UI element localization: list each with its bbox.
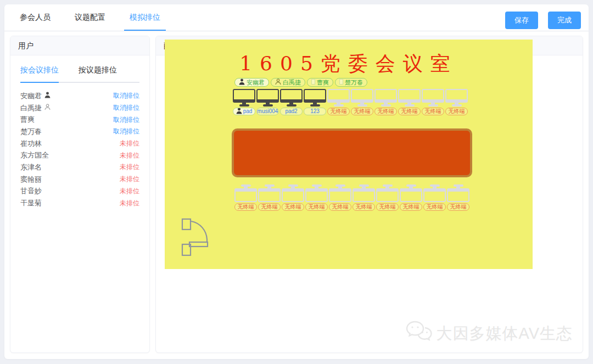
list-item: 崔功林未排位: [20, 138, 139, 150]
list-item: 安幽君取消排位: [20, 90, 139, 102]
main-card: 参会人员 议题配置 模拟排位 保存 完成 用户 按会议排位 按议题排位 安幽君取…: [4, 4, 589, 359]
unseated-status: 未排位: [120, 175, 139, 184]
terminal-label: 无终端: [309, 204, 325, 210]
terminal-tag[interactable]: 无终端: [398, 108, 421, 115]
seat[interactable]: 无终端: [351, 89, 373, 115]
terminal-tag[interactable]: 无终端: [258, 203, 281, 211]
seat[interactable]: pad: [233, 89, 255, 115]
seat[interactable]: 123: [304, 89, 326, 115]
terminal-tag[interactable]: 无终端: [423, 203, 446, 211]
cancel-seat-link[interactable]: 取消排位: [113, 103, 139, 113]
terminal-tag[interactable]: 无终端: [445, 108, 468, 115]
terminal-tag[interactable]: 无终端: [447, 203, 469, 211]
seat[interactable]: 无终端: [445, 89, 468, 115]
terminal-label: 无终端: [356, 204, 372, 210]
list-item: 干显菊未排位: [20, 197, 139, 209]
tab-simulated-seating[interactable]: 模拟排位: [124, 4, 166, 31]
terminal-tag[interactable]: 无终端: [422, 108, 444, 115]
seat[interactable]: 无终端: [282, 184, 304, 211]
seat[interactable]: 无终端: [258, 184, 281, 211]
placeholder-icon: [339, 79, 343, 85]
terminal-label: 无终端: [449, 108, 465, 115]
seat-name-tags: 安幽君白禹捷曹爽楚万春: [234, 78, 367, 87]
unseated-status: 未排位: [120, 139, 139, 148]
seat[interactable]: 无终端: [234, 184, 257, 211]
terminal-label: pad: [243, 108, 253, 115]
wechat-icon: [405, 320, 433, 347]
seat-name-tag[interactable]: 曹爽: [307, 78, 333, 87]
terminal-tag[interactable]: 无终端: [400, 203, 422, 211]
terminal-label: 无终端: [331, 108, 347, 115]
done-button[interactable]: 完成: [548, 12, 581, 29]
seat[interactable]: 无终端: [400, 184, 422, 211]
seat[interactable]: 无终端: [305, 184, 328, 211]
terminal-tag[interactable]: 123: [304, 108, 326, 115]
terminal-tag[interactable]: 无终端: [234, 203, 257, 211]
terminal-tag[interactable]: 无终端: [327, 108, 350, 115]
seat[interactable]: 无终端: [329, 184, 351, 211]
monitor-icon: [256, 89, 279, 107]
terminal-label: 无终端: [261, 204, 278, 210]
seat[interactable]: 无终端: [423, 184, 446, 211]
door-icon: [178, 215, 211, 259]
terminal-tag[interactable]: 无终端: [305, 203, 328, 211]
terminal-label: 无终端: [427, 204, 443, 210]
user-name: 曹爽: [20, 115, 35, 125]
seat[interactable]: 无终端: [398, 89, 421, 115]
seat[interactable]: musi004: [256, 89, 279, 115]
terminal-tag[interactable]: 无终端: [351, 108, 373, 115]
monitor-icon: [304, 89, 326, 107]
save-button[interactable]: 保存: [505, 12, 538, 29]
monitor-icon: [422, 89, 444, 107]
seat[interactable]: pad2: [280, 89, 303, 115]
monitor-icon: [376, 184, 399, 202]
tab-topic-config[interactable]: 议题配置: [69, 4, 111, 31]
terminal-tag[interactable]: pad2: [280, 108, 303, 115]
seating-config-panel: 配置排位 1605党委会议室 安幽君白禹捷曹爽楚万春 padmusi004pad…: [155, 36, 583, 353]
list-item: 窦翰丽未排位: [20, 173, 139, 186]
user-panel-body: 按会议排位 按议题排位 安幽君取消排位白禹捷取消排位曹爽取消排位楚万春取消排位崔…: [10, 55, 149, 217]
terminal-label: 无终端: [425, 108, 441, 115]
cancel-seat-link[interactable]: 取消排位: [113, 127, 139, 136]
tab-participants[interactable]: 参会人员: [14, 4, 56, 31]
user-name: 干显菊: [20, 198, 42, 208]
monitor-icon: [233, 89, 255, 107]
monitor-icon: [398, 89, 421, 107]
terminal-label: 无终端: [401, 108, 418, 115]
terminal-tag[interactable]: 无终端: [282, 203, 304, 211]
list-item: 曹爽取消排位: [20, 114, 139, 126]
terminal-label: 无终端: [332, 204, 349, 210]
user-name: 安幽君: [20, 91, 51, 101]
monitor-icon: [400, 184, 422, 202]
cancel-seat-link[interactable]: 取消排位: [113, 91, 139, 100]
tab-by-topic[interactable]: 按议题排位: [79, 63, 117, 83]
unseated-status: 未排位: [120, 151, 139, 160]
watermark-text: 大因多媒体AV生态: [436, 323, 573, 345]
seat-name-tag[interactable]: 安幽君: [234, 78, 269, 87]
seat[interactable]: 无终端: [447, 184, 469, 211]
seating-mode-tabs: 按会议排位 按议题排位: [20, 63, 139, 83]
meeting-room-canvas[interactable]: 1605党委会议室 安幽君白禹捷曹爽楚万春 padmusi004pad2123无…: [165, 40, 533, 269]
terminal-tag[interactable]: pad: [233, 108, 255, 115]
panels: 用户 按会议排位 按议题排位 安幽君取消排位白禹捷取消排位曹爽取消排位楚万春取消…: [10, 36, 583, 353]
terminal-tag[interactable]: 无终端: [376, 203, 399, 211]
person-icon: [44, 104, 51, 112]
seat[interactable]: 无终端: [327, 89, 350, 115]
conference-table[interactable]: [232, 128, 472, 177]
seat[interactable]: 无终端: [376, 184, 399, 211]
seat[interactable]: 无终端: [374, 89, 397, 115]
terminal-label: 无终端: [379, 204, 396, 210]
seat[interactable]: 无终端: [422, 89, 444, 115]
seat-name-tag[interactable]: 楚万春: [335, 78, 367, 87]
terminal-tag[interactable]: 无终端: [353, 203, 375, 211]
monitor-icon: [351, 89, 373, 107]
seat[interactable]: 无终端: [353, 184, 375, 211]
seat-name-tag[interactable]: 白禹捷: [271, 78, 305, 87]
monitor-icon: [234, 184, 257, 202]
cancel-seat-link[interactable]: 取消排位: [113, 115, 139, 125]
terminal-tag[interactable]: 无终端: [374, 108, 397, 115]
tab-by-meeting[interactable]: 按会议排位: [20, 63, 59, 83]
user-panel-title: 用户: [10, 36, 149, 55]
terminal-tag[interactable]: 无终端: [329, 203, 351, 211]
terminal-tag[interactable]: musi004: [256, 108, 279, 115]
